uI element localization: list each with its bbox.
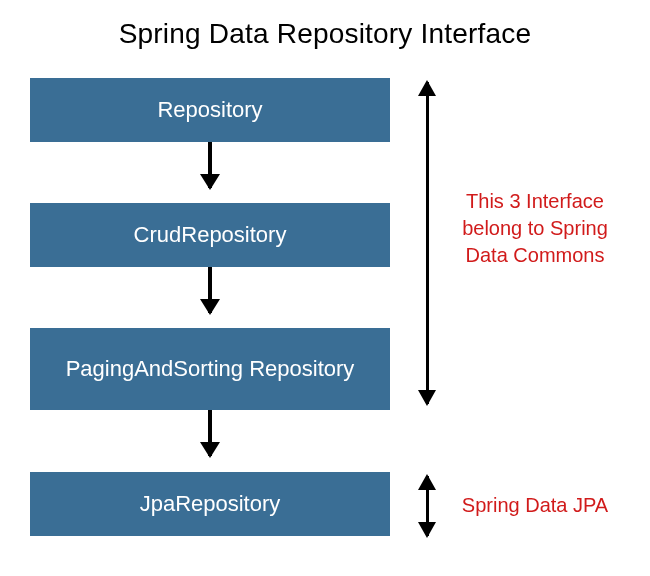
box-repository: Repository: [30, 78, 390, 142]
bracket-label-commons: This 3 Interface belong to Spring Data C…: [450, 188, 620, 269]
diagram-canvas: Repository CrudRepository PagingAndSorti…: [30, 68, 620, 568]
bracket-label-jpa: Spring Data JPA: [450, 492, 620, 519]
arrow-down-icon: [208, 142, 212, 188]
box-jpa-repository: JpaRepository: [30, 472, 390, 536]
box-jpa-repository-label: JpaRepository: [130, 487, 291, 521]
bracket-arrow-icon: [426, 476, 429, 536]
diagram-title: Spring Data Repository Interface: [0, 0, 650, 58]
box-paging-sorting-repository-label: PagingAndSorting Repository: [56, 352, 365, 386]
bracket-arrow-icon: [426, 82, 429, 404]
arrow-down-icon: [208, 267, 212, 313]
box-crud-repository-label: CrudRepository: [124, 218, 297, 252]
box-crud-repository: CrudRepository: [30, 203, 390, 267]
arrow-down-icon: [208, 410, 212, 456]
box-repository-label: Repository: [147, 93, 272, 127]
box-paging-sorting-repository: PagingAndSorting Repository: [30, 328, 390, 410]
